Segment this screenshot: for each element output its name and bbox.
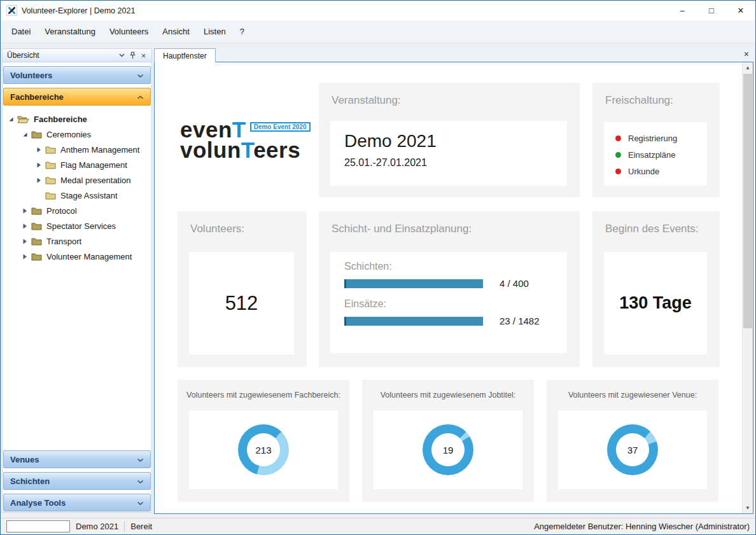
logo-text: volun <box>180 137 241 162</box>
menu-item-hilfe[interactable]: ? <box>233 24 251 39</box>
sidebar-group-fachbereiche-label: Fachbereiche <box>10 92 64 102</box>
schichten-progress-bar <box>344 279 483 288</box>
tree-expanded-icon[interactable] <box>22 132 31 137</box>
chevron-down-icon <box>137 476 144 486</box>
tree-collapsed-icon[interactable] <box>36 162 45 168</box>
sidebar-group-analyse-tools-label: Analyse Tools <box>10 498 66 508</box>
menu-item-datei[interactable]: Datei <box>4 24 38 39</box>
chevron-down-icon <box>137 498 144 508</box>
tree-collapsed-icon[interactable] <box>22 208 31 214</box>
donut-title-fachbereich: Volunteers mit zugewiesenem Fachbereich: <box>181 391 346 400</box>
tree-item-label: Stage Assistant <box>60 191 118 200</box>
menu-item-ansicht[interactable]: Ansicht <box>155 24 197 39</box>
statusbar-input[interactable] <box>6 520 70 532</box>
tree-item-anthem-management[interactable]: Anthem Management <box>3 142 151 157</box>
workspace: Übersicht × Volunteers Fachbereiche <box>1 43 755 518</box>
folder-icon <box>31 130 42 139</box>
days-until-event: 130 Tage <box>619 293 692 313</box>
tree-item-medal-presentation[interactable]: Medal presentation <box>3 172 151 188</box>
tree-collapsed-icon[interactable] <box>36 147 45 153</box>
vertical-scrollbar[interactable]: ▲ ▼ <box>742 62 753 513</box>
sidebar-panel-title: Übersicht <box>7 51 116 60</box>
donut-chart-jobtitel: 19 <box>423 424 473 475</box>
chevron-down-icon <box>137 455 144 464</box>
logo-card: evenTDemo Event 2020 volunTeers <box>178 83 307 197</box>
panel-menu-chevron-icon[interactable] <box>116 50 127 61</box>
pin-icon[interactable] <box>127 50 138 61</box>
tab-close-icon[interactable]: × <box>744 50 749 59</box>
folder-open-icon <box>17 115 29 123</box>
tree-item-label: Anthem Management <box>60 145 139 155</box>
tree-item-stage-assistant[interactable]: Stage Assistant <box>3 188 151 203</box>
tree-collapsed-icon[interactable] <box>22 254 31 260</box>
tree-item-ceremonies[interactable]: Ceremonies <box>3 127 151 142</box>
scrollbar-thumb[interactable] <box>743 74 752 328</box>
sidebar-group-schichten[interactable]: Schichten <box>3 472 151 490</box>
status-dot-green <box>615 152 621 158</box>
menubar: Datei Veranstaltung Volunteers Ansicht L… <box>1 20 755 43</box>
menu-item-volunteers[interactable]: Volunteers <box>102 24 155 39</box>
freischaltung-title: Freischaltung: <box>605 94 673 107</box>
einsaetze-label: Einsätze: <box>344 298 567 310</box>
donut-value-jobtitel: 19 <box>443 445 454 455</box>
tree-item-fachbereiche[interactable]: Fachbereiche <box>3 111 151 127</box>
fachbereiche-tree: Fachbereiche Ceremonies Anthem Managemen… <box>3 106 151 447</box>
volunteers-count: 512 <box>225 292 258 315</box>
panel-close-icon[interactable]: × <box>138 50 149 61</box>
legend-item-urkunde: Urkunde <box>615 163 707 179</box>
brand-logo: evenTDemo Event 2020 volunTeers <box>178 120 311 160</box>
volunteers-card: Volunteers: 512 <box>178 211 307 367</box>
folder-icon <box>45 176 56 184</box>
folder-icon <box>31 207 42 215</box>
freischaltung-legend: Registrierung Einsatzpläne Urkunde <box>604 122 707 179</box>
scroll-up-icon[interactable]: ▲ <box>743 62 753 73</box>
statusbar-user: Angemeldeter Benutzer: Henning Wiescher … <box>534 522 750 531</box>
tree-collapsed-icon[interactable] <box>22 239 31 244</box>
sidebar-group-venues[interactable]: Venues <box>3 450 151 468</box>
sidebar-group-analyse-tools[interactable]: Analyse Tools <box>3 494 151 511</box>
legend-item-einsatzplaene: Einsatzpläne <box>615 146 707 163</box>
tree-collapsed-icon[interactable] <box>36 177 45 183</box>
sidebar-group-schichten-label: Schichten <box>10 476 50 486</box>
schichten-label: Schichten: <box>344 261 567 272</box>
statusbar-event: Demo 2021 <box>76 522 118 531</box>
sidebar-group-fachbereiche[interactable]: Fachbereiche <box>3 88 151 106</box>
donut-value-fachbereich: 213 <box>255 445 271 455</box>
donut-card-fachbereich: Volunteers mit zugewiesenem Fachbereich:… <box>178 380 349 502</box>
tree-item-protocol[interactable]: Protocol <box>3 203 151 218</box>
window-title: Volunteer-Explorer | Demo 2021 <box>22 6 135 15</box>
freischaltung-card: Freischaltung: Registrierung Einsatzplän… <box>592 83 720 197</box>
logo-text: eers <box>253 137 300 162</box>
close-button[interactable]: ✕ <box>726 1 755 20</box>
tree-item-label: Protocol <box>46 206 77 216</box>
folder-icon <box>31 237 42 246</box>
minimize-button[interactable]: – <box>668 1 697 20</box>
donut-title-venue: Volunteers mit zugewiesener Venue: <box>550 391 715 400</box>
tree-item-volunteer-management[interactable]: Volunteer Management <box>3 249 151 264</box>
menu-item-listen[interactable]: Listen <box>197 24 233 39</box>
tree-item-transport[interactable]: Transport <box>3 233 151 249</box>
donut-title-jobtitel: Volunteers mit zugewiesenem Jobtitel: <box>366 391 530 400</box>
beginn-title: Beginn des Events: <box>605 223 698 235</box>
schichten-progress-value: 4 / 400 <box>500 278 529 289</box>
sidebar-group-venues-label: Venues <box>10 455 39 464</box>
scroll-down-icon[interactable]: ▼ <box>743 503 753 513</box>
tree-item-spectator-services[interactable]: Spectator Services <box>3 218 151 233</box>
menu-item-veranstaltung[interactable]: Veranstaltung <box>38 24 102 39</box>
statusbar-separator <box>124 522 125 531</box>
sidebar-group-volunteers[interactable]: Volunteers <box>3 66 151 84</box>
tree-expanded-icon[interactable] <box>8 116 17 122</box>
tree-collapsed-icon[interactable] <box>22 223 31 229</box>
sidebar-group-volunteers-label: Volunteers <box>10 71 52 80</box>
tree-item-label: Fachbereiche <box>34 115 87 124</box>
planung-title: Schicht- und Einsatzplanung: <box>332 223 472 235</box>
einsaetze-progress-row: 23 / 1482 <box>344 316 567 326</box>
maximize-button[interactable]: □ <box>697 1 726 20</box>
tab-hauptfenster[interactable]: Hauptfenster <box>154 48 216 62</box>
einsaetze-progress-bar <box>344 317 483 326</box>
tree-item-flag-management[interactable]: Flag Management <box>3 157 151 172</box>
donut-value-venue: 37 <box>627 445 638 455</box>
donut-card-venue: Volunteers mit zugewiesener Venue: 37 <box>547 380 718 502</box>
tree-item-label: Transport <box>46 237 81 246</box>
status-dot-red <box>615 169 621 174</box>
